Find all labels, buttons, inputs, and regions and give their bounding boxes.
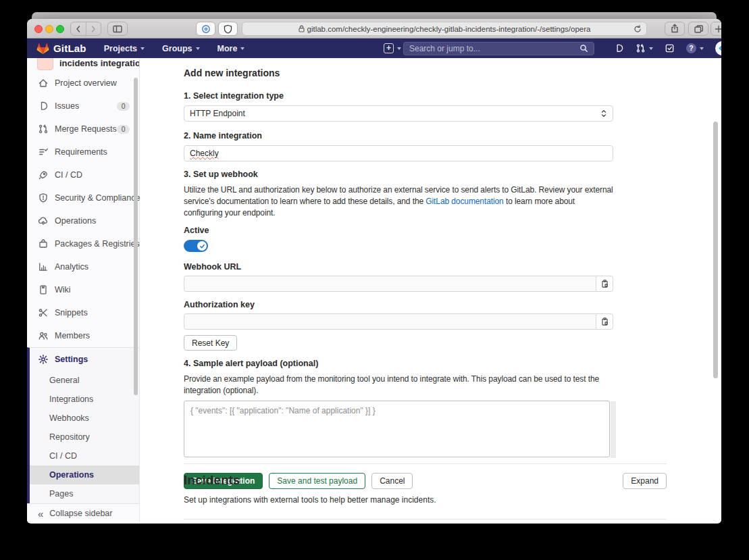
textarea-gutter <box>611 401 616 458</box>
chevron-down-icon <box>140 47 145 50</box>
sidebar-item-issues[interactable]: Issues 0 <box>27 95 139 118</box>
chevron-down-icon <box>196 47 200 50</box>
sidebar-item-label: Operations <box>55 216 96 226</box>
gitlab-documentation-link[interactable]: GitLab documentation <box>425 197 503 206</box>
user-menu-button[interactable] <box>715 41 721 55</box>
settings-subitem-general[interactable]: General <box>30 371 139 390</box>
integration-type-select[interactable]: HTTP Endpoint <box>184 105 613 122</box>
zoom-window-button[interactable] <box>56 25 64 33</box>
integration-type-value: HTTP Endpoint <box>190 109 245 118</box>
page-content: incidents integration Project overview I… <box>27 58 721 523</box>
integration-name-value: Checkly <box>190 149 219 158</box>
sidebar-item-settings[interactable]: Settings <box>30 348 139 371</box>
project-header[interactable]: incidents integration <box>27 58 139 72</box>
share-button[interactable] <box>665 22 685 36</box>
sidebar-toggle-button[interactable] <box>107 22 128 36</box>
menu-groups[interactable]: Groups <box>162 44 199 53</box>
todo-check-icon <box>665 43 675 53</box>
sidebar-nav: Project overview Issues 0 Merge Requests… <box>27 72 139 347</box>
shield-extension-icon <box>224 24 232 34</box>
sidebar-item-snippets[interactable]: Snippets <box>27 301 139 324</box>
sidebar-item-analytics[interactable]: Analytics <box>27 255 139 278</box>
webhook-url-input[interactable] <box>184 276 596 292</box>
sidebar-item-label: Settings <box>55 355 88 364</box>
close-window-button[interactable] <box>34 25 43 33</box>
settings-subitem-pages[interactable]: Pages <box>30 484 139 503</box>
sidebar-item-label: Members <box>55 331 90 340</box>
plus-square-icon: + <box>384 43 394 53</box>
menu-projects-label: Projects <box>104 44 137 53</box>
onepassword-icon <box>201 24 211 34</box>
password-extension-button[interactable] <box>196 22 215 36</box>
sidebar-item-label: CI / CD <box>55 170 82 180</box>
chart-icon <box>38 261 49 272</box>
integration-name-input[interactable]: Checkly <box>184 145 613 161</box>
new-menu-button[interactable]: + <box>384 43 401 53</box>
reload-icon[interactable] <box>633 24 642 34</box>
expand-incidents-button[interactable]: Expand <box>623 473 667 489</box>
integration-type-label: 1. Select integration type <box>184 91 613 101</box>
authorization-key-input[interactable] <box>184 313 596 330</box>
back-button[interactable] <box>71 22 86 35</box>
share-icon <box>670 24 679 34</box>
sidebar-item-operations[interactable]: Operations <box>27 209 139 232</box>
copy-webhook-url-button[interactable] <box>596 276 613 292</box>
help-icon: ? <box>686 43 696 53</box>
todos-nav-button[interactable] <box>665 43 675 53</box>
sidebar-scrollbar[interactable] <box>134 78 138 395</box>
book-icon <box>38 284 49 295</box>
sidebar-item-ci-cd[interactable]: CI / CD <box>27 163 139 186</box>
settings-subitem-integrations[interactable]: Integrations <box>30 390 139 409</box>
sidebar-item-label: Snippets <box>55 308 88 317</box>
new-tab-button[interactable] <box>711 22 721 36</box>
active-toggle[interactable] <box>184 240 208 252</box>
sidebar-item-project-overview[interactable]: Project overview <box>27 72 139 95</box>
gitlab-brand[interactable]: GitLab <box>36 43 86 55</box>
issues-nav-button[interactable] <box>614 43 624 53</box>
shield-extension-button[interactable] <box>218 22 238 36</box>
check-icon <box>199 243 205 249</box>
reset-key-button[interactable]: Reset Key <box>184 335 237 351</box>
tab-overview-button[interactable] <box>688 22 708 36</box>
double-chevron-left-icon: « <box>38 508 43 519</box>
issues-count-badge: 0 <box>117 102 130 111</box>
page-scrollbar[interactable] <box>713 122 718 378</box>
toggle-knob <box>197 241 207 251</box>
forward-button[interactable] <box>86 22 101 35</box>
sidebar-item-members[interactable]: Members <box>27 324 139 347</box>
merge-request-icon <box>38 124 49 134</box>
merge-request-icon <box>636 43 646 53</box>
settings-section: Settings General Integrations Webhooks R… <box>27 347 139 503</box>
lock-icon <box>299 25 305 32</box>
incidents-description: Set up integrations with external tools … <box>184 495 667 505</box>
settings-subitem-operations[interactable]: Operations <box>30 465 139 484</box>
sidebar-item-security-compliance[interactable]: Security & Compliance <box>27 186 139 209</box>
minimize-window-button[interactable] <box>45 25 53 33</box>
incidents-section: Incidents Expand Set up integrations wit… <box>184 463 667 519</box>
clipboard-icon <box>600 317 609 326</box>
sidebar-item-wiki[interactable]: Wiki <box>27 278 139 301</box>
rocket-icon <box>38 170 49 180</box>
active-label: Active <box>184 226 613 235</box>
menu-more[interactable]: More <box>217 44 245 53</box>
sample-payload-textarea[interactable] <box>184 401 610 457</box>
name-integration-label: 2. Name integration <box>184 131 613 141</box>
identicon-pattern <box>717 43 721 53</box>
menu-projects[interactable]: Projects <box>104 44 145 53</box>
url-bar[interactable]: gitlab.com/checkly-engineering/checkly-g… <box>242 22 647 36</box>
sidebar-item-packages-registries[interactable]: Packages & Registries <box>27 232 139 255</box>
help-nav-button[interactable]: ? <box>686 43 704 53</box>
webhook-url-label: Webhook URL <box>184 262 613 272</box>
sidebar-item-merge-requests[interactable]: Merge Requests 0 <box>27 118 139 141</box>
home-icon <box>38 78 49 88</box>
copy-authorization-key-button[interactable] <box>596 313 613 330</box>
sidebar-item-requirements[interactable]: Requirements <box>27 141 139 163</box>
settings-subitem-repository[interactable]: Repository <box>30 428 139 447</box>
sample-payload-wrap <box>184 401 613 460</box>
sidebar-item-label: Issues <box>55 101 79 111</box>
settings-subitem-ci-cd[interactable]: CI / CD <box>30 447 139 465</box>
search-input[interactable]: Search or jump to... <box>403 42 594 55</box>
merge-requests-nav-button[interactable] <box>636 43 653 53</box>
collapse-sidebar-button[interactable]: « Collapse sidebar <box>27 503 139 523</box>
settings-subitem-webhooks[interactable]: Webhooks <box>30 409 139 428</box>
